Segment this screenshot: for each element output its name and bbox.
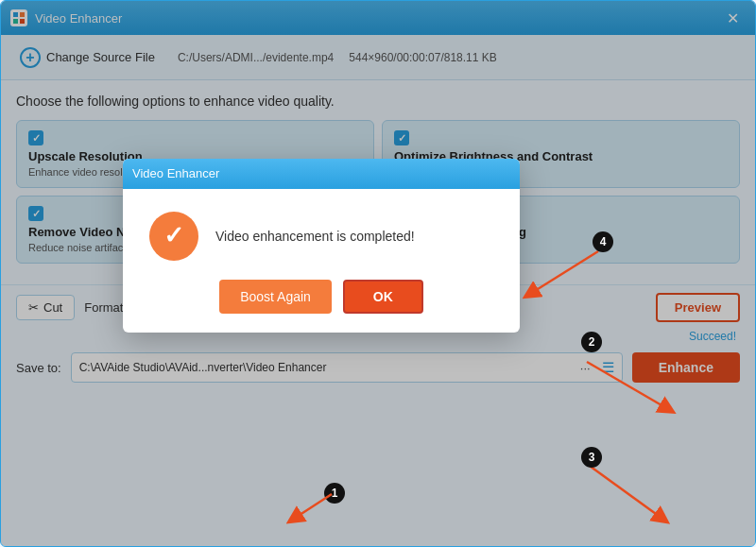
window: Video Enhancer ✕ + Change Source File C:… — [0, 0, 756, 547]
dialog-message: Video enhancement is completed! — [215, 229, 415, 244]
dialog-title: Video Enhancer — [132, 166, 219, 180]
dialog-title-bar: Video Enhancer — [123, 159, 520, 189]
dialog-buttons: Boost Again OK — [123, 280, 520, 333]
check-icon: ✓ — [163, 221, 184, 250]
dialog: Video Enhancer ✓ Video enhancement is co… — [123, 159, 520, 333]
success-icon: ✓ — [149, 212, 198, 261]
boost-again-button[interactable]: Boost Again — [219, 280, 332, 314]
dialog-overlay: Video Enhancer ✓ Video enhancement is co… — [1, 1, 755, 546]
ok-button[interactable]: OK — [343, 280, 423, 314]
dialog-body: ✓ Video enhancement is completed! — [123, 189, 520, 280]
